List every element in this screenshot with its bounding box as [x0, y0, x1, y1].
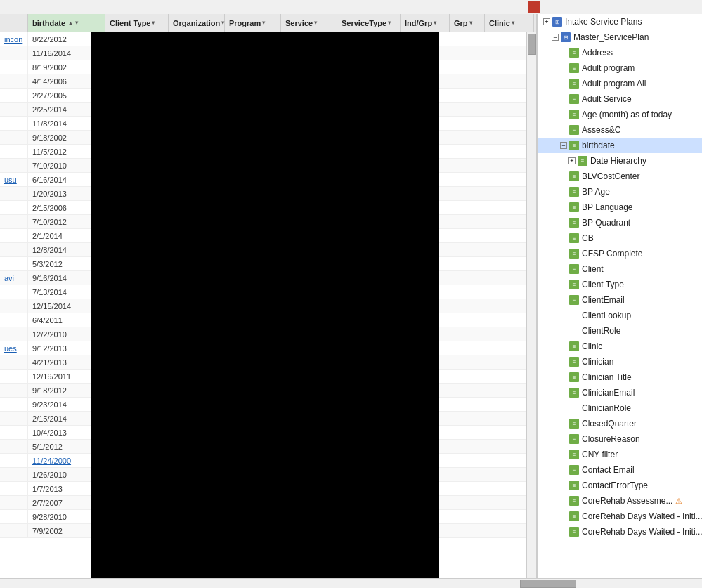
cell-prefix [0, 412, 28, 425]
expand-icon[interactable]: + [543, 18, 550, 25]
bottom-scrollbar[interactable] [0, 578, 702, 588]
col-header-clienttype[interactable]: Client Type▾ [105, 14, 169, 32]
field-tree-item[interactable]: ≡CB [538, 230, 702, 246]
dropdown-arrow-icon[interactable]: ▾ [75, 20, 78, 26]
field-icon: ≡ [569, 218, 579, 228]
dropdown-arrow-icon[interactable]: ▾ [152, 20, 155, 26]
field-icon: ≡ [569, 202, 579, 212]
field-tree-item[interactable]: ≡CoreRehab Days Waited - Initi... [538, 524, 702, 540]
field-tree-item[interactable]: ≡Age (month) as of today [538, 107, 702, 122]
field-tree-item[interactable]: ≡Clinic [538, 339, 702, 354]
field-tree-item[interactable]: ClientRole [538, 323, 702, 339]
field-label: ContactErrorType [582, 481, 648, 490]
field-icon: ≡ [569, 341, 579, 351]
field-tree-item[interactable]: ≡ClinicianEmail [538, 385, 702, 400]
scrollbar-thumb[interactable] [528, 34, 536, 55]
field-icon: ≡ [569, 79, 579, 89]
cell-prefix [0, 145, 28, 158]
expand-icon[interactable]: + [568, 157, 576, 164]
cell-prefix [0, 131, 28, 144]
field-tree-item[interactable]: +⊞Intake Service Plans [538, 14, 702, 30]
top-bar [0, 0, 702, 14]
plain-icon [569, 311, 579, 320]
cell-prefix[interactable]: usu [0, 173, 28, 186]
dropdown-arrow-icon[interactable]: ▾ [314, 20, 317, 26]
col-header-clinic[interactable]: Clinic▾ [485, 14, 534, 32]
vertical-scrollbar[interactable] [526, 32, 536, 578]
field-tree-item[interactable]: ≡Contact Email [538, 462, 702, 478]
field-tree-item[interactable]: ≡CoreRehab Days Waited - Initi... [538, 509, 702, 524]
col-header-birthdate[interactable]: birthdate▲▾ [28, 14, 105, 32]
field-label: CoreRehab Assessme... [582, 496, 672, 506]
field-label: Clinic [582, 341, 602, 351]
dropdown-arrow-icon[interactable]: ▾ [262, 20, 265, 26]
field-tree-item[interactable]: ≡Address [538, 45, 702, 60]
col-header-servicetype[interactable]: ServiceType▾ [337, 14, 401, 32]
field-tree-item[interactable]: ≡BP Quadrant [538, 215, 702, 230]
field-tree-item[interactable]: ≡Adult program All [538, 76, 702, 91]
col-header-indgrp[interactable]: Ind/Grp▾ [401, 14, 450, 32]
col-header-prefix[interactable] [0, 14, 28, 32]
field-tree-item[interactable]: ≡BLVCostCenter [538, 169, 702, 184]
field-tree-item[interactable]: ≡BP Age [538, 184, 702, 200]
field-label: CFSP Complete [582, 249, 642, 259]
field-tree-item[interactable]: ≡CNY filter [538, 447, 702, 462]
field-label: ClinicianRole [582, 403, 631, 413]
field-tree-item[interactable]: ≡CoreRehab Assessme...⚠ [538, 493, 702, 509]
col-header-program[interactable]: Program▾ [225, 14, 281, 32]
cell-prefix [0, 454, 28, 467]
field-tree-item[interactable]: ≡Client Type [538, 277, 702, 292]
field-tree-item[interactable]: ClientLookup [538, 308, 702, 323]
table-area: birthdate▲▾Client Type▾Organization▾Prog… [0, 14, 537, 578]
field-tree-item[interactable]: ClinicianRole [538, 400, 702, 416]
field-icon: ≡ [569, 481, 579, 490]
dropdown-arrow-icon[interactable]: ▾ [388, 20, 391, 26]
cell-prefix[interactable]: avi [0, 271, 28, 285]
field-label: ClosureReason [582, 434, 640, 444]
cell-prefix [0, 46, 28, 60]
cell-prefix[interactable]: incon [0, 32, 28, 46]
field-tree-item[interactable]: ≡Assess&C [538, 122, 702, 138]
cell-prefix [0, 510, 28, 523]
warning-icon [528, 1, 540, 13]
collapse-icon[interactable]: − [560, 142, 567, 149]
dropdown-arrow-icon[interactable]: ▾ [434, 20, 436, 26]
field-tree-item[interactable]: ≡ContactErrorType [538, 478, 702, 493]
field-tree-item[interactable]: ≡Adult Service [538, 91, 702, 107]
col-header-grp[interactable]: Grp▾ [450, 14, 485, 32]
cell-prefix [0, 285, 28, 299]
field-tree-item[interactable]: ≡ClosedQuarter [538, 416, 702, 431]
col-header-org[interactable]: Organization▾ [169, 14, 225, 32]
field-label: ClientRole [582, 326, 620, 336]
dropdown-arrow-icon[interactable]: ▾ [469, 20, 472, 26]
field-icon: ≡ [569, 388, 579, 398]
field-tree-item[interactable]: +≡Date Hierarchy [538, 153, 702, 169]
field-tree-item[interactable]: ≡CFSP Complete [538, 246, 702, 261]
field-label: Contact Email [582, 465, 635, 475]
field-tree-item[interactable]: ≡BP Language [538, 200, 702, 215]
cell-prefix [0, 257, 28, 270]
field-tree-item[interactable]: ≡ClosureReason [538, 431, 702, 447]
cell-prefix [0, 187, 28, 200]
field-label: Assess&C [582, 125, 620, 135]
field-tree-item[interactable]: −≡birthdate [538, 138, 702, 153]
field-tree-item[interactable]: ≡Adult program [538, 60, 702, 76]
field-tree-item[interactable]: ≡ClientEmail [538, 292, 702, 308]
col-header-service[interactable]: Service▾ [281, 14, 337, 32]
field-tree-item[interactable]: ≡Clinician Title [538, 370, 702, 385]
cell-prefix[interactable]: ues [0, 341, 28, 355]
dropdown-arrow-icon[interactable]: ▾ [512, 20, 514, 26]
collapse-icon[interactable]: − [552, 34, 559, 41]
field-icon: ≡ [569, 264, 579, 274]
dropdown-arrow-icon[interactable]: ▾ [221, 20, 224, 26]
h-scrollbar-thumb[interactable] [520, 580, 576, 588]
field-label: Intake Service Plans [565, 17, 642, 27]
field-tree-item[interactable]: ≡Clinician [538, 354, 702, 370]
field-tree-item[interactable]: −⊞Master_ServicePlan [538, 30, 702, 45]
field-icon: ≡ [569, 450, 579, 459]
field-label: BLVCostCenter [582, 171, 639, 181]
cell-prefix [0, 384, 28, 397]
field-icon: ≡ [569, 280, 579, 289]
cell-prefix [0, 299, 28, 313]
field-tree-item[interactable]: ≡Client [538, 261, 702, 277]
